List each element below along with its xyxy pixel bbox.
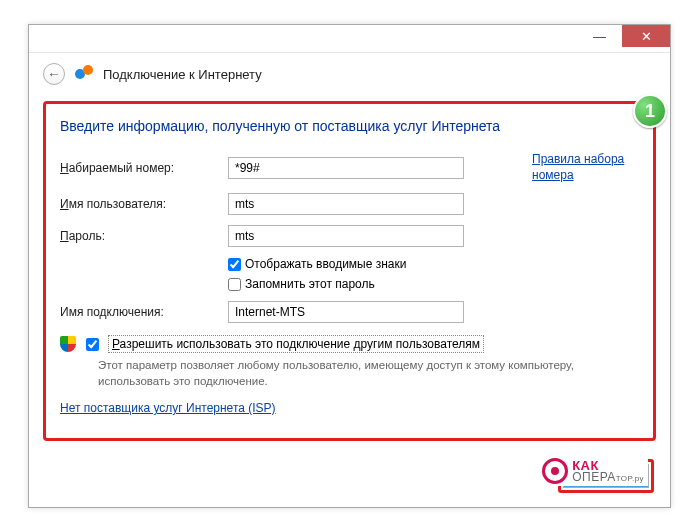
dial-rules-link[interactable]: Правила набораномера <box>532 152 624 183</box>
password-row: Пароль: <box>60 225 639 247</box>
form-area: 1 Введите информацию, полученную от пост… <box>43 101 656 441</box>
wizard-window: — ✕ ← Подключение к Интернету 1 Введите … <box>28 24 671 508</box>
connection-name-row: Имя подключения: <box>60 301 639 323</box>
back-button[interactable]: ← <box>43 63 65 85</box>
uac-shield-icon <box>60 336 76 352</box>
titlebar: — ✕ <box>29 25 670 53</box>
username-row: Имя пользователя: <box>60 193 639 215</box>
close-button[interactable]: ✕ <box>622 25 670 47</box>
show-chars-checkbox[interactable] <box>228 258 241 271</box>
minimize-button[interactable]: — <box>577 25 622 47</box>
remember-password-checkbox[interactable] <box>228 278 241 291</box>
username-label: Имя пользователя: <box>60 197 228 211</box>
username-input[interactable] <box>228 193 464 215</box>
show-chars-label: Отображать вводимые знаки <box>245 257 406 271</box>
password-input[interactable] <box>228 225 464 247</box>
network-icon <box>75 65 93 83</box>
connection-name-label: Имя подключения: <box>60 305 228 319</box>
page-title: Подключение к Интернету <box>103 67 262 82</box>
allow-other-users-label: Разрешить использовать это подключение д… <box>108 335 484 353</box>
remember-password-label: Запомнить этот пароль <box>245 277 375 291</box>
dial-number-input[interactable] <box>228 157 464 179</box>
allow-other-users-row: Разрешить использовать это подключение д… <box>60 335 639 354</box>
annotation-marker-1: 1 <box>633 94 667 128</box>
no-isp-link[interactable]: Нет поставщика услуг Интернета (ISP) <box>60 401 276 415</box>
connection-name-input[interactable] <box>228 301 464 323</box>
remember-row: Запомнить этот пароль <box>228 277 639 291</box>
allow-other-users-checkbox[interactable] <box>86 338 99 351</box>
show-chars-row: Отображать вводимые знаки <box>228 257 639 271</box>
dial-number-label: Набираемый номер: <box>60 161 228 175</box>
watermark: КАК ОПЕРАТОР.ру <box>538 456 648 486</box>
instruction-text: Введите информацию, полученную от постав… <box>60 118 639 134</box>
dial-number-row: Набираемый номер: Правила набораномера <box>60 152 639 183</box>
watermark-icon <box>542 458 568 484</box>
header: ← Подключение к Интернету <box>29 53 670 91</box>
password-label: Пароль: <box>60 229 228 243</box>
allow-other-users-desc: Этот параметр позволяет любому пользоват… <box>98 358 639 389</box>
watermark-text: КАК ОПЕРАТОР.ру <box>572 460 644 483</box>
